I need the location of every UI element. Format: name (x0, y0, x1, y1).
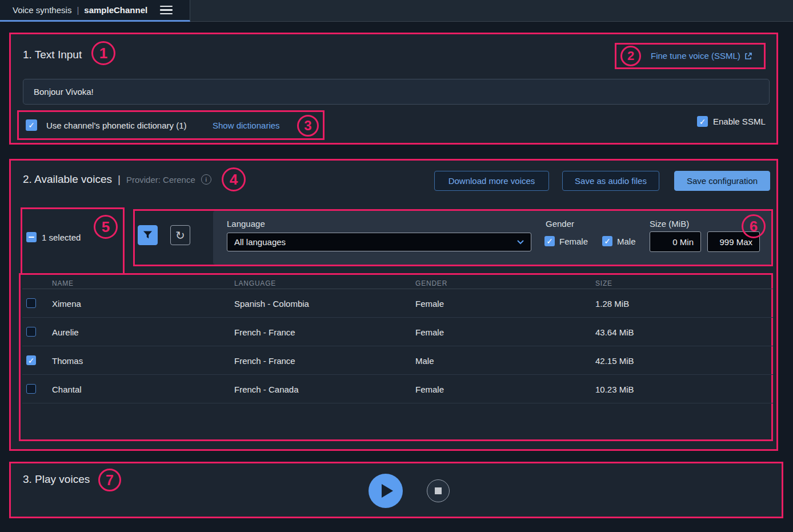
size-min-value: 0 Min (672, 237, 694, 247)
voice-size-cell: 1.28 MiB (595, 289, 629, 318)
voice-size-cell: 10.23 MiB (595, 375, 634, 403)
col-header-gender: GENDER (415, 279, 447, 287)
download-more-voices-button[interactable]: Download more voices (434, 171, 549, 191)
voice-table-row[interactable]: Ximena Spanish - Colombia Female 1.28 Mi… (22, 289, 773, 318)
voice-synthesis-app: Voice synthesis | sampleChannel 1. Text … (0, 0, 793, 532)
col-header-name: NAME (52, 279, 74, 287)
phonetic-dictionary-label: Use channel's phonetic dictionary (1) (46, 121, 187, 130)
hamburger-menu-icon[interactable] (160, 6, 173, 15)
size-max-value: 999 Max (719, 237, 752, 247)
voice-row-checkbox[interactable] (26, 384, 36, 394)
gender-female-label: Female (559, 237, 588, 246)
annotation-box-table: NAME LANGUAGE GENDER SIZE Ximena Spanish… (19, 273, 773, 441)
funnel-icon (143, 230, 153, 240)
language-filter-label: Language (227, 219, 265, 229)
size-filter-label: Size (MiB) (650, 219, 689, 229)
select-all-checkbox[interactable] (26, 232, 37, 242)
voice-gender-cell: Female (415, 375, 444, 403)
voice-size-cell: 43.64 MiB (595, 318, 634, 346)
fine-tune-voice-label: Fine tune voice (SSML) (651, 51, 740, 61)
tab-sample-channel[interactable]: Voice synthesis | sampleChannel (0, 0, 190, 22)
voice-name-cell: Ximena (52, 289, 81, 318)
enable-ssml-label: Enable SSML (713, 117, 766, 126)
phonetic-dictionary-checkbox[interactable]: ✓ (26, 119, 37, 131)
annotation-circle-7: 7 (98, 469, 121, 491)
text-to-synthesize-input[interactable] (23, 79, 770, 105)
voices-title-separator: | (118, 173, 121, 186)
annotation-circle-6: 6 (742, 214, 766, 238)
annotation-box-2: 2 Fine tune voice (SSML) (615, 43, 766, 69)
section-title-available-voices: 2. Available voices (23, 173, 112, 186)
chevron-down-icon (517, 240, 524, 245)
annotation-circle-5: 5 (94, 215, 118, 239)
section-title-text-input: 1. Text Input (23, 49, 82, 61)
voice-name-cell: Aurelie (52, 318, 79, 346)
gender-male-checkbox[interactable]: ✓ (602, 236, 612, 246)
section-title-play-voices: 3. Play voices (23, 473, 90, 486)
tab-channel-name: sampleChannel (84, 5, 147, 15)
voice-size-cell: 42.15 MiB (595, 346, 634, 375)
voices-header: 2. Available voices | Provider: Cerence … (23, 173, 211, 186)
tab-title: Voice synthesis (13, 5, 71, 15)
gender-filter-label: Gender (546, 219, 574, 229)
voice-table-row[interactable]: Chantal French - Canada Female 10.23 MiB (22, 375, 773, 403)
voice-name-cell: Chantal (52, 375, 82, 403)
annotation-box-3: ✓ Use channel's phonetic dictionary (1) … (17, 110, 325, 140)
size-min-input[interactable]: 0 Min (650, 231, 701, 252)
play-button[interactable] (369, 474, 403, 508)
play-icon (382, 484, 393, 498)
voice-row-checkbox[interactable]: ✓ (26, 355, 36, 365)
annotation-box-5: 1 selected 5 (21, 207, 125, 275)
voice-language-cell: French - Canada (234, 375, 299, 403)
stop-button[interactable] (427, 479, 450, 502)
refresh-icon: ↻ (175, 229, 185, 242)
voice-language-cell: Spanish - Colombia (234, 289, 309, 318)
provider-label: Provider: Cerence (126, 175, 195, 185)
voice-gender-cell: Female (415, 318, 444, 346)
annotation-box-6: ↻ Language All languages Gender ✓ Female… (133, 209, 773, 266)
top-bar: Voice synthesis | sampleChannel (0, 0, 793, 22)
voice-gender-cell: Male (415, 346, 434, 375)
provider-info-icon[interactable]: i (201, 174, 211, 185)
col-header-language: LANGUAGE (234, 279, 276, 287)
filter-panel: Language All languages Gender ✓ Female ✓… (213, 211, 771, 265)
annotation-circle-4: 4 (222, 167, 246, 191)
voice-row-checkbox[interactable] (26, 327, 36, 337)
annotation-circle-1: 1 (91, 41, 115, 65)
show-dictionaries-link[interactable]: Show dictionaries (213, 121, 280, 130)
gender-female-checkbox[interactable]: ✓ (544, 236, 555, 246)
refresh-button[interactable]: ↻ (170, 225, 190, 245)
voice-name-cell: Thomas (52, 346, 83, 375)
language-select[interactable]: All languages (227, 233, 531, 251)
voice-row-checkbox[interactable] (26, 298, 36, 308)
gender-male-label: Male (617, 237, 636, 246)
external-link-icon (744, 52, 752, 60)
voice-table-row[interactable]: ✓ Thomas French - France Male 42.15 MiB (22, 346, 773, 375)
fine-tune-voice-link[interactable]: Fine tune voice (SSML) (651, 51, 752, 61)
tab-separator: | (77, 5, 79, 15)
voice-language-cell: French - France (234, 346, 295, 375)
voice-gender-cell: Female (415, 289, 444, 318)
language-select-value: All languages (234, 237, 286, 247)
stop-icon (435, 487, 442, 494)
col-header-size: SIZE (595, 279, 612, 287)
annotation-circle-2: 2 (620, 46, 641, 66)
voices-table: NAME LANGUAGE GENDER SIZE Ximena Spanish… (22, 275, 773, 439)
save-as-audio-files-button[interactable]: Save as audio files (562, 171, 659, 191)
selected-count-label: 1 selected (42, 233, 81, 242)
voice-table-row[interactable]: Aurelie French - France Female 43.64 MiB (22, 318, 773, 346)
enable-ssml-checkbox[interactable]: ✓ (697, 116, 708, 127)
filter-button[interactable] (138, 225, 158, 245)
annotation-circle-3: 3 (297, 115, 319, 137)
voice-language-cell: French - France (234, 318, 295, 346)
save-configuration-button[interactable]: Save configuration (674, 171, 770, 191)
